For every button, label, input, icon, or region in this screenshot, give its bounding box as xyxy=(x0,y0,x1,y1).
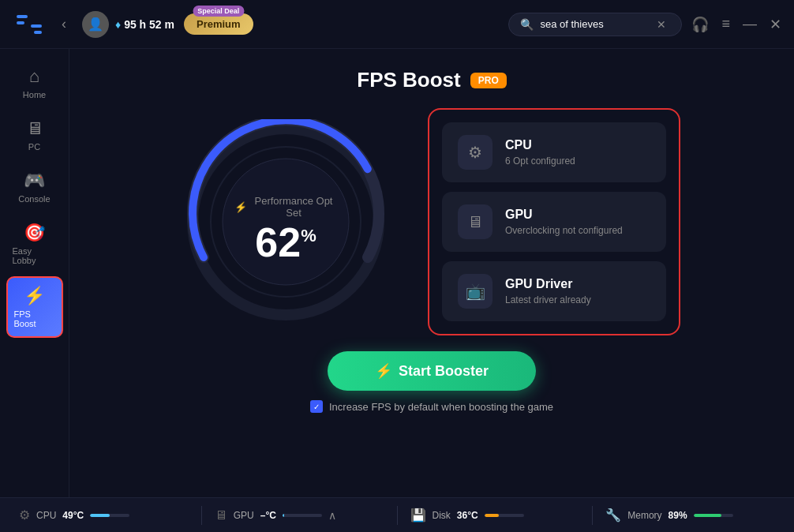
cpu-status-bar xyxy=(90,514,129,517)
memory-status-bar xyxy=(694,514,733,517)
statusbar: ⚙ CPU 49°C 🖥 GPU –°C ∧ 💾 Disk 36°C 🔧 Mem… xyxy=(0,497,794,532)
svg-rect-3 xyxy=(34,31,42,34)
gpu-bar-fill xyxy=(283,514,285,517)
disk-bar-fill xyxy=(485,514,499,517)
lightning-icon: ⚡ xyxy=(234,200,247,212)
gpu-card[interactable]: 🖥 GPU Overclocking not configured xyxy=(442,192,666,252)
console-icon: 🎮 xyxy=(24,170,45,191)
search-input[interactable] xyxy=(540,18,650,30)
memory-status-icon: 🔧 xyxy=(605,508,621,523)
start-btn-label: Start Booster xyxy=(399,363,489,380)
diamond-icon: ♦ xyxy=(115,18,121,31)
cpu-card[interactable]: ⚙ CPU 6 Opt configured xyxy=(442,122,666,182)
main-layout: ⌂ Home 🖥 PC 🎮 Console 🎯 Easy Lobby ⚡ FPS… xyxy=(0,49,794,497)
headset-icon[interactable]: 🎧 xyxy=(691,16,709,33)
special-deal-badge: Special Deal xyxy=(193,6,244,17)
divider-3 xyxy=(592,506,593,525)
gpu-card-title: GPU xyxy=(505,208,623,222)
sidebar-item-easy-lobby-label: Easy Lobby xyxy=(13,246,57,265)
cpu-card-subtitle: 6 Opt configured xyxy=(505,155,575,167)
back-button[interactable]: ‹ xyxy=(55,13,73,36)
status-memory: 🔧 Memory 89% xyxy=(605,508,775,523)
divider-2 xyxy=(397,506,398,525)
disk-status-value: 36°C xyxy=(457,510,478,521)
sidebar-item-home[interactable]: ⌂ Home xyxy=(6,58,63,107)
premium-button[interactable]: Special Deal Premium xyxy=(184,13,253,35)
disk-status-icon: 💾 xyxy=(410,508,426,523)
fps-checkbox-label: Increase FPS by default when boosting th… xyxy=(329,401,553,413)
minimize-button[interactable]: — xyxy=(743,16,757,32)
svg-rect-1 xyxy=(17,21,24,24)
search-icon: 🔍 xyxy=(520,18,534,31)
home-icon: ⌂ xyxy=(29,66,39,87)
svg-rect-2 xyxy=(31,24,42,28)
clear-search-button[interactable]: ✕ xyxy=(657,18,666,31)
cpu-card-info: CPU 6 Opt configured xyxy=(505,138,575,167)
disk-status-label: Disk xyxy=(433,510,451,521)
gpu-status-icon: 🖥 xyxy=(215,508,227,523)
cpu-status-label: CPU xyxy=(36,510,56,521)
svg-rect-0 xyxy=(17,15,28,18)
pro-badge: PRO xyxy=(470,73,507,88)
sidebar-item-console[interactable]: 🎮 Console xyxy=(6,163,63,212)
boost-area: ⚡ Performance Opt Set 62% ⚙ CPU 6 Opt co… xyxy=(101,108,762,335)
gpu-card-subtitle: Overclocking not configured xyxy=(505,225,623,236)
sidebar-item-console-label: Console xyxy=(18,194,50,204)
cpu-card-title: CPU xyxy=(505,138,575,152)
playtime-value: 95 h 52 m xyxy=(124,18,174,31)
fps-checkbox-row: ✓ Increase FPS by default when boosting … xyxy=(310,400,553,413)
memory-status-value: 89% xyxy=(669,510,687,521)
chevron-up-icon[interactable]: ∧ xyxy=(328,509,336,522)
fps-boost-icon: ⚡ xyxy=(24,286,45,306)
memory-bar-fill-green xyxy=(694,514,721,517)
cards-panel: ⚙ CPU 6 Opt configured 🖥 GPU Overclockin… xyxy=(428,108,680,335)
gpu-driver-card-title: GPU Driver xyxy=(505,277,591,291)
topbar: ‹ 👤 ♦ 95 h 52 m Special Deal Premium 🔍 ✕… xyxy=(0,0,794,49)
bottom-area: ⚡ Start Booster ✓ Increase FPS by defaul… xyxy=(310,351,553,413)
cpu-status-value: 49°C xyxy=(62,510,84,521)
gauge-container: ⚡ Performance Opt Set 62% xyxy=(183,119,388,324)
avatar-area: 👤 ♦ 95 h 52 m xyxy=(82,11,174,38)
avatar: 👤 xyxy=(82,11,109,38)
sidebar-item-easy-lobby[interactable]: 🎯 Easy Lobby xyxy=(6,215,63,273)
page-title: FPS Boost xyxy=(357,68,460,92)
pc-icon: 🖥 xyxy=(26,118,43,139)
cpu-card-icon: ⚙ xyxy=(458,135,493,170)
gpu-card-icon: 🖥 xyxy=(458,204,493,239)
start-bolt-icon: ⚡ xyxy=(375,362,392,380)
cpu-bar-fill xyxy=(90,514,110,517)
gpu-driver-card-subtitle: Latest driver already xyxy=(505,294,591,305)
gpu-status-bar xyxy=(283,514,322,517)
gauge-percent: 62% xyxy=(234,222,337,263)
sidebar-item-pc[interactable]: 🖥 PC xyxy=(6,111,63,159)
divider-1 xyxy=(201,506,202,525)
gpu-driver-card-info: GPU Driver Latest driver already xyxy=(505,277,591,305)
gauge-center-text: ⚡ Performance Opt Set 62% xyxy=(234,195,337,263)
sidebar: ⌂ Home 🖥 PC 🎮 Console 🎯 Easy Lobby ⚡ FPS… xyxy=(0,49,69,497)
search-bar: 🔍 ✕ xyxy=(508,13,682,36)
sidebar-item-fps-boost[interactable]: ⚡ FPS Boost xyxy=(6,276,63,338)
status-cpu: ⚙ CPU 49°C xyxy=(19,508,189,523)
fps-checkbox[interactable]: ✓ xyxy=(310,400,323,413)
close-button[interactable]: ✕ xyxy=(770,16,781,33)
cpu-status-icon: ⚙ xyxy=(19,508,30,523)
gpu-driver-card-icon: 📺 xyxy=(458,274,493,309)
topbar-icons: 🎧 ≡ — ✕ xyxy=(691,16,781,33)
premium-label: Premium xyxy=(197,18,241,30)
gpu-status-value: –°C xyxy=(260,510,276,521)
sidebar-item-fps-boost-label: FPS Boost xyxy=(14,309,55,328)
disk-status-bar xyxy=(485,514,524,517)
gpu-driver-card[interactable]: 📺 GPU Driver Latest driver already xyxy=(442,261,666,321)
start-booster-button[interactable]: ⚡ Start Booster xyxy=(328,351,536,391)
content-area: FPS Boost PRO ⚡ xyxy=(69,49,794,497)
app-logo xyxy=(13,8,46,41)
page-title-area: FPS Boost PRO xyxy=(357,68,506,92)
playtime-display: ♦ 95 h 52 m xyxy=(115,18,174,31)
menu-icon[interactable]: ≡ xyxy=(721,16,730,32)
easy-lobby-icon: 🎯 xyxy=(24,223,45,243)
memory-status-label: Memory xyxy=(627,510,661,521)
status-gpu: 🖥 GPU –°C ∧ xyxy=(215,508,384,523)
sidebar-item-home-label: Home xyxy=(23,90,46,99)
sidebar-item-pc-label: PC xyxy=(28,142,40,152)
percent-symbol: % xyxy=(301,226,316,245)
